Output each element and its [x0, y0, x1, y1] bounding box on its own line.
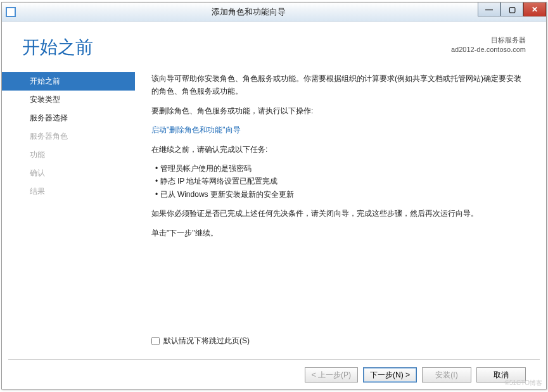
target-server: ad2012-de.contoso.com [451, 45, 526, 54]
title-bar: 添加角色和功能向导 — ▢ ✕ [2, 3, 546, 22]
remove-roles-link[interactable]: 启动"删除角色和功能"向导 [151, 125, 241, 134]
window-controls: — ▢ ✕ [478, 3, 546, 16]
wizard-window: 添加角色和功能向导 — ▢ ✕ 开始之前 目标服务器 ad2012-de.con… [1, 2, 547, 389]
prereq-list: 管理员帐户使用的是强密码 静态 IP 地址等网络设置已配置完成 已从 Windo… [155, 162, 526, 201]
watermark-text: ©51CTO博客 [505, 379, 542, 388]
app-icon [6, 7, 16, 17]
prereq-item: 静态 IP 地址等网络设置已配置完成 [155, 175, 526, 187]
step-installation-type[interactable]: 安装类型 [2, 91, 135, 109]
install-button: 安装(I) [422, 367, 471, 383]
previous-button: < 上一步(P) [305, 367, 358, 383]
target-label: 目标服务器 [451, 35, 526, 45]
maximize-button[interactable]: ▢ [500, 3, 523, 16]
next-button[interactable]: 下一步(N) > [363, 367, 417, 383]
skip-page-label: 默认情况下将跳过此页(S) [163, 334, 250, 347]
skip-page-checkbox[interactable] [151, 337, 160, 345]
step-sidebar: 开始之前 安装类型 服务器选择 服务器角色 功能 确认 结果 [2, 68, 135, 338]
close-button[interactable]: ✕ [523, 3, 546, 16]
wizard-footer: < 上一步(P) 下一步(N) > 安装(I) 取消 [8, 359, 540, 383]
skip-page-row: 默认情况下将跳过此页(S) [151, 334, 526, 347]
step-server-selection[interactable]: 服务器选择 [2, 109, 135, 127]
main-content: 该向导可帮助你安装角色、角色服务或功能。你需要根据组织的计算要求(例如共享文档或… [135, 68, 546, 338]
target-info: 目标服务器 ad2012-de.contoso.com [451, 35, 526, 55]
window-title: 添加角色和功能向导 [20, 6, 546, 18]
intro-text: 该向导可帮助你安装角色、角色服务或功能。你需要根据组织的计算要求(例如共享文档或… [151, 72, 526, 98]
step-results: 结果 [2, 182, 135, 201]
step-server-roles: 服务器角色 [2, 127, 135, 146]
minimize-button[interactable]: — [478, 3, 500, 16]
page-title: 开始之前 [22, 35, 93, 60]
prereq-item: 已从 Windows 更新安装最新的安全更新 [155, 188, 526, 201]
step-features: 功能 [2, 146, 135, 164]
wizard-header: 开始之前 目标服务器 ad2012-de.contoso.com [2, 22, 546, 66]
prereq-item: 管理员帐户使用的是强密码 [155, 162, 526, 175]
continue-note: 单击"下一步"继续。 [151, 227, 526, 239]
verify-lead: 在继续之前，请确认完成以下任务: [151, 143, 526, 156]
step-before-you-begin[interactable]: 开始之前 [2, 72, 135, 91]
step-confirmation: 确认 [2, 164, 135, 182]
wizard-body: 开始之前 安装类型 服务器选择 服务器角色 功能 确认 结果 该向导可帮助你安装… [2, 66, 546, 338]
verify-note: 如果你必须验证是否已完成上述任何先决条件，请关闭向导，完成这些步骤，然后再次运行… [151, 207, 526, 220]
remove-lead: 要删除角色、角色服务或功能，请执行以下操作: [151, 104, 526, 117]
